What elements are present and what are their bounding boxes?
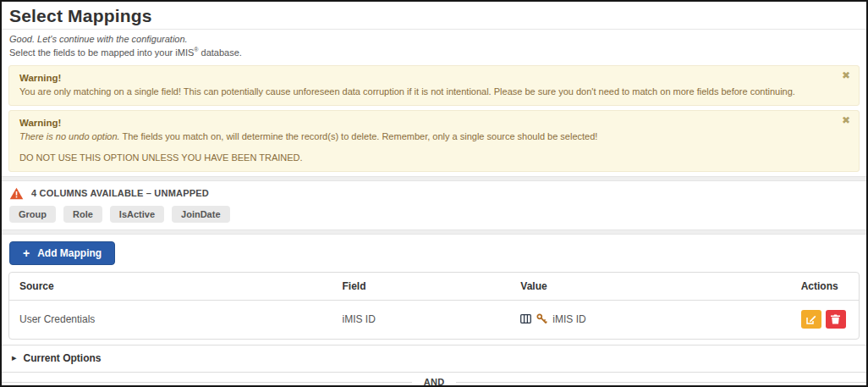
warning-body: You are only matching on a single field!… bbox=[19, 86, 833, 99]
mapping-table: Source Field Value Actions User Credenti… bbox=[9, 273, 859, 339]
warning-body-rest: The fields you match on, will determine … bbox=[120, 131, 598, 141]
source-cell: User Credentials bbox=[9, 300, 332, 339]
warning-title: Warning! bbox=[19, 71, 833, 86]
mapping-table-card: Source Field Value Actions User Credenti… bbox=[8, 272, 860, 340]
trash-icon bbox=[831, 314, 840, 324]
page-title: Select Mappings bbox=[9, 6, 858, 26]
column-header-value: Value bbox=[510, 273, 790, 301]
add-mapping-label: Add Mapping bbox=[37, 247, 102, 259]
column-header-source: Source bbox=[9, 273, 332, 301]
unmapped-tag-list: Group Role IsActive JoinDate bbox=[9, 206, 858, 223]
current-options-toggle[interactable]: ▸ Current Options bbox=[2, 345, 866, 373]
and-label: AND bbox=[412, 377, 457, 387]
intro-text: Good. Let's continue with the configurat… bbox=[2, 30, 866, 61]
column-header-actions: Actions bbox=[791, 273, 859, 301]
page-header: Select Mappings bbox=[2, 2, 866, 30]
divider-line bbox=[456, 382, 866, 383]
intro-line-2-text: Select the fields to be mapped into your… bbox=[9, 47, 194, 58]
edit-pencil-icon bbox=[806, 314, 816, 324]
column-header-field: Field bbox=[332, 273, 511, 301]
edit-button[interactable] bbox=[801, 310, 821, 329]
close-icon[interactable]: ✖ bbox=[842, 70, 850, 80]
warning-alert-single-field: ✖ Warning! You are only matching on a si… bbox=[8, 65, 860, 106]
warning-alert-no-undo: ✖ Warning! There is no undo option. The … bbox=[8, 110, 860, 172]
divider-line bbox=[2, 382, 412, 383]
intro-line-2: Select the fields to be mapped into your… bbox=[9, 46, 858, 59]
and-divider: AND bbox=[2, 373, 866, 387]
mapping-toolbar: + Add Mapping bbox=[2, 235, 866, 272]
warning-title: Warning! bbox=[19, 116, 833, 130]
unmapped-tag: JoinDate bbox=[172, 206, 229, 223]
value-cell: iMIS ID bbox=[520, 313, 780, 325]
warning-body-2: DO NOT USE THIS OPTION UNLESS YOU HAVE B… bbox=[19, 152, 833, 165]
intro-line-2-tail: database. bbox=[198, 47, 241, 58]
unmapped-columns-section: 4 COLUMNS AVAILABLE – UNMAPPED Group Rol… bbox=[2, 181, 866, 229]
current-options-label: Current Options bbox=[24, 352, 102, 364]
warning-body: There is no undo option. The fields you … bbox=[19, 130, 833, 144]
unmapped-tag: Group bbox=[9, 206, 56, 223]
unmapped-tag: Role bbox=[63, 206, 102, 223]
actions-cell bbox=[801, 310, 849, 329]
columns-icon bbox=[520, 314, 531, 323]
value-text: iMIS ID bbox=[552, 313, 585, 325]
plus-icon: + bbox=[23, 247, 30, 259]
table-row: User Credentials iMIS ID bbox=[9, 300, 859, 339]
field-cell: iMIS ID bbox=[332, 300, 511, 339]
close-icon[interactable]: ✖ bbox=[842, 115, 850, 125]
unmapped-tag: IsActive bbox=[110, 206, 164, 223]
chevron-right-icon: ▸ bbox=[12, 352, 17, 363]
delete-button[interactable] bbox=[826, 310, 846, 329]
page: Select Mappings Good. Let's continue wit… bbox=[0, 0, 868, 387]
warning-triangle-icon bbox=[9, 187, 24, 200]
warning-body-italic: There is no undo option. bbox=[19, 131, 120, 141]
add-mapping-button[interactable]: + Add Mapping bbox=[9, 241, 115, 265]
intro-line-1: Good. Let's continue with the configurat… bbox=[9, 33, 858, 46]
unmapped-columns-label: 4 COLUMNS AVAILABLE – UNMAPPED bbox=[31, 188, 209, 198]
key-icon bbox=[536, 313, 547, 324]
